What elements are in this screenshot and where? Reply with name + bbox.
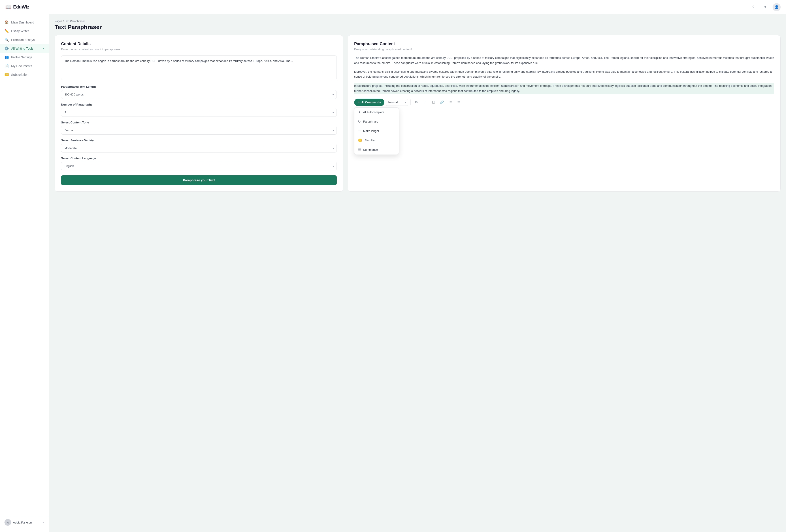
content-details-title: Content Details [61,42,337,46]
export-icon: ⬆ [764,5,766,9]
logo-icon: 📖 [5,4,11,10]
sidebar-item-all-writing-tools[interactable]: ⚙️ All Writing Tools ▾ [0,44,49,53]
text-length-label: Paraphrased Text Length [61,85,337,88]
toolbar-divider [410,99,411,105]
dropdown-item-paraphrase[interactable]: ↻ Paraphrase [354,117,399,126]
user-avatar-button[interactable]: 👤 [772,3,781,11]
num-paragraphs-field: Number of Paragraphs 1 2 3 4 5 ▾ [61,103,337,117]
svg-rect-0 [450,101,452,101]
num-paragraphs-select-wrapper: 1 2 3 4 5 ▾ [61,108,337,117]
star-icon: ✦ [358,101,360,104]
bold-button[interactable]: B [413,99,420,106]
pencil-icon: ✏️ [4,29,9,33]
num-paragraphs-select[interactable]: 1 2 3 4 5 [61,108,337,117]
svg-rect-7 [458,102,460,102]
svg-rect-8 [458,103,460,103]
num-paragraphs-label: Number of Paragraphs [61,103,337,106]
make-longer-icon: ☰ [358,129,361,133]
logo-text: EduWiz [13,4,29,9]
unordered-list-button[interactable] [455,99,462,106]
document-icon: 📄 [4,64,9,68]
logo-area: 📖 EduWiz [5,4,54,10]
search-icon: 🔍 [4,38,9,42]
underline-button[interactable]: U [430,99,437,106]
sidebar-nav: 🏠 Main Dashboard ✏️ Essay Writer 🔍 Premi… [0,18,49,516]
paraphrased-paragraph-3: Infrastructure projects, including the c… [354,83,774,94]
paraphrased-content-card: Paraphrased Content Enjoy your outstandi… [348,35,781,192]
content-language-select[interactable]: English Spanish French German Chinese [61,162,337,170]
sentence-variety-select[interactable]: Low Moderate High [61,144,337,152]
paraphrased-title: Paraphrased Content [354,42,774,46]
dropdown-item-simplify[interactable]: 😊 Simplify [354,136,399,145]
dropdown-item-label: Paraphrase [363,120,378,123]
content-tone-select[interactable]: Casual Formal Academic Professional [61,126,337,135]
help-icon: ? [753,5,755,9]
content-tone-label: Select Content Tone [61,121,337,124]
input-textarea[interactable] [61,55,337,80]
sidebar-item-essay-writer[interactable]: ✏️ Essay Writer [0,27,49,35]
content-details-subtitle: Enter the text content you want to parap… [61,48,337,51]
sidebar-user-name: Adela Parkson [13,521,39,524]
ordered-list-button[interactable] [447,99,454,106]
chevron-down-icon: ▾ [43,47,45,50]
breadcrumb-current: Text Paraphraser [65,20,85,23]
svg-rect-3 [449,101,449,101]
format-select-wrapper: Normal Heading 1 Heading 2 Heading 3 ▾ [386,99,408,106]
sidebar-item-subscription[interactable]: 💳 Subscription [0,70,49,79]
format-select[interactable]: Normal Heading 1 Heading 2 Heading 3 [386,99,408,106]
sidebar-bottom: A Adela Parkson → [0,516,49,528]
dropdown-item-summarize[interactable]: ☰ Summarize [354,145,399,154]
dropdown-item-label: Summarize [363,148,378,151]
sidebar-item-label: Profile Settings [11,55,32,59]
dropdown-item-label: Make longer [363,129,379,132]
paraphrased-text: The Roman Empire's ascent gained momentu… [354,55,774,94]
content-language-label: Select Content Language [61,156,337,160]
svg-rect-9 [458,101,458,101]
content-tone-field: Select Content Tone Casual Formal Academ… [61,121,337,135]
dropdown-item-ai-autocomplete[interactable]: ✦ AI Autocomplete [354,107,399,117]
link-button[interactable]: 🔗 [438,99,445,106]
sidebar-item-label: Subscription [11,73,28,76]
sidebar-item-label: Main Dashboard [11,21,34,24]
sentence-variety-label: Select Sentence Variety [61,139,337,142]
help-button[interactable]: ? [749,3,757,11]
home-icon: 🏠 [4,20,9,24]
svg-rect-1 [450,102,452,102]
main-content: Pages / Text Paraphraser Text Paraphrase… [49,14,786,532]
paraphrased-subtitle: Enjoy your outstanding paraphrased conte… [354,48,774,51]
dropdown-item-make-longer[interactable]: ☰ Make longer [354,126,399,136]
paraphrase-icon: ↻ [358,120,361,124]
sidebar-user-avatar: A [4,519,11,526]
text-length-select[interactable]: 100-200 words 200-300 words 300-400 word… [61,90,337,99]
ai-dropdown: ✦ AI Autocomplete ↻ Paraphrase ☰ Make lo… [354,107,399,155]
breadcrumb: Pages / Text Paraphraser [54,20,781,23]
sidebar-item-main-dashboard[interactable]: 🏠 Main Dashboard [0,18,49,27]
paraphrased-paragraph-2: Moreover, the Romans' skill in assimilat… [354,69,774,80]
card-icon: 💳 [4,72,9,77]
paraphrased-paragraph-1: The Roman Empire's ascent gained momentu… [354,55,774,66]
content-grid: Content Details Enter the text content y… [54,35,781,192]
breadcrumb-parent: Pages [54,20,62,23]
paraphrase-button[interactable]: Paraphrase your Text [61,175,337,185]
svg-rect-2 [450,103,452,103]
sidebar-item-label: Premium Essays [11,38,35,42]
page-title: Text Paraphraser [54,24,781,31]
content-details-card: Content Details Enter the text content y… [54,35,343,192]
content-language-field: Select Content Language English Spanish … [61,156,337,170]
sidebar-item-my-documents[interactable]: 📄 My Documents [0,62,49,70]
ai-commands-button[interactable]: ✦ AI Commands [354,99,385,106]
sidebar-item-profile-settings[interactable]: 👥 Profile Settings [0,53,49,62]
svg-rect-6 [458,101,460,101]
sidebar-item-premium-essays[interactable]: 🔍 Premium Essays [0,35,49,44]
logout-button[interactable]: → [41,521,45,525]
users-icon: 👥 [4,55,9,59]
autocomplete-icon: ✦ [358,110,361,114]
export-button[interactable]: ⬆ [761,3,769,11]
sidebar-item-label: Essay Writer [11,29,29,33]
sentence-variety-select-wrapper: Low Moderate High ▾ [61,144,337,152]
svg-rect-11 [458,103,458,103]
text-length-select-wrapper: 100-200 words 200-300 words 300-400 word… [61,90,337,99]
italic-button[interactable]: I [421,99,429,106]
content-tone-select-wrapper: Casual Formal Academic Professional ▾ [61,126,337,135]
user-icon: 👤 [775,5,779,9]
